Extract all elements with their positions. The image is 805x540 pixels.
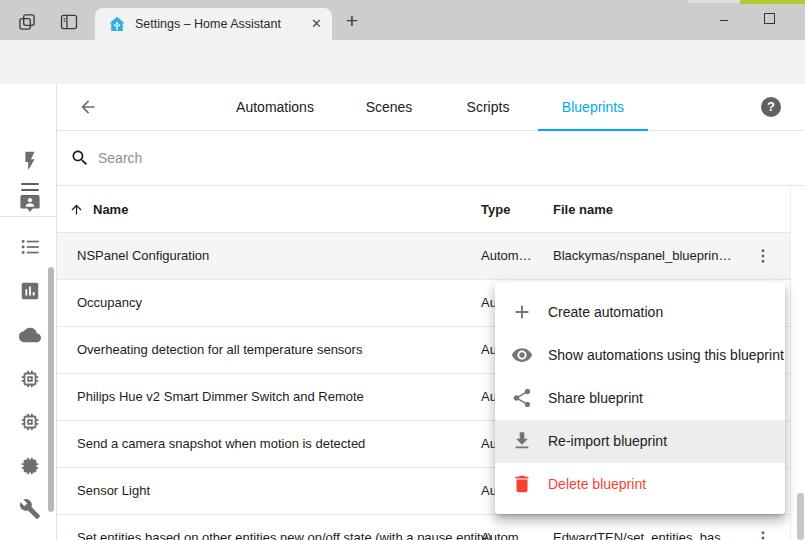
row-name: Send a camera snapshot when motion is de…: [77, 421, 365, 467]
sort-ascending-icon[interactable]: [69, 202, 84, 217]
menu-item-label: Delete blueprint: [548, 476, 646, 492]
menu-item-create-automation[interactable]: Create automation: [495, 290, 785, 333]
share-icon: [511, 387, 533, 409]
blueprints-header: Automations Scenes Scripts Blueprints ?: [57, 84, 805, 131]
close-tab-icon[interactable]: ✕: [311, 8, 322, 40]
browser-tab[interactable]: Settings – Home Assistant ✕: [95, 8, 332, 40]
tab-automations[interactable]: Automations: [236, 84, 314, 131]
column-header-name[interactable]: Name: [93, 186, 128, 233]
table-right-gutter: [790, 186, 791, 540]
sidebar-item-cloud[interactable]: [19, 324, 41, 346]
top-edge-accent-strip: [740, 0, 805, 4]
search-input[interactable]: Search: [98, 131, 142, 186]
menu-item-show-automations[interactable]: Show automations using this blueprint: [495, 333, 785, 376]
download-icon: [511, 430, 533, 452]
row-name: Set entities based on other entities new…: [77, 515, 492, 540]
vertical-tabs-icon[interactable]: [59, 12, 79, 32]
search-bar[interactable]: Search: [57, 131, 805, 186]
ha-sidebar: [0, 84, 57, 540]
row-overflow-menu-icon[interactable]: ⋮: [754, 233, 772, 279]
search-icon: [70, 148, 90, 168]
sidebar-item-device-2[interactable]: [19, 411, 41, 433]
menu-item-share-blueprint[interactable]: Share blueprint: [495, 376, 785, 419]
column-header-file[interactable]: File name: [553, 186, 613, 233]
sidebar-divider: [0, 216, 56, 217]
help-icon[interactable]: ?: [761, 97, 781, 117]
table-row[interactable]: NSPanel Configuration Autom… Blackymas/n…: [57, 233, 790, 280]
row-file: EdwardTEN/set_entities_bas…: [553, 515, 734, 540]
table-header: Name Type File name: [57, 186, 790, 233]
home-assistant-favicon: [108, 15, 126, 33]
menu-item-label: Share blueprint: [548, 390, 643, 406]
sidebar-item-history[interactable]: [19, 280, 41, 302]
menu-item-label: Show automations using this blueprint: [548, 347, 784, 363]
menu-item-label: Create automation: [548, 304, 663, 320]
menu-item-delete-blueprint[interactable]: Delete blueprint: [495, 463, 785, 506]
eye-icon: [511, 344, 533, 366]
window-maximize-button[interactable]: [764, 13, 775, 24]
browser-toolbar: Not secure homeassistant.local:8123/... …: [0, 40, 805, 84]
row-file: Blackymas/nspanel_blueprin…: [553, 233, 731, 279]
row-name: Occupancy: [77, 280, 142, 326]
table-row[interactable]: Set entities based on other entities new…: [57, 515, 790, 540]
window-minimize-button[interactable]: –: [712, 8, 736, 32]
row-type: Autom…: [481, 233, 532, 279]
row-type: Autom…: [481, 515, 532, 540]
workspaces-icon[interactable]: [17, 12, 37, 32]
browser-titlebar: Settings – Home Assistant ✕ + –: [0, 0, 805, 40]
row-name: NSPanel Configuration: [77, 233, 209, 279]
row-overflow-menu-icon[interactable]: ⋮: [754, 515, 772, 540]
sidebar-item-device-3[interactable]: [19, 455, 41, 477]
plus-icon: [511, 301, 533, 323]
page-scrollbar-thumb[interactable]: [797, 493, 804, 540]
tab-blueprints[interactable]: Blueprints: [562, 84, 624, 131]
row-name: Philips Hue v2 Smart Dimmer Switch and R…: [77, 374, 364, 420]
tab-scripts[interactable]: Scripts: [467, 84, 510, 131]
row-name: Overheating detection for all temperatur…: [77, 327, 362, 373]
new-tab-button[interactable]: +: [341, 10, 363, 32]
tab-scenes[interactable]: Scenes: [366, 84, 413, 131]
top-edge-strip: [688, 0, 740, 3]
blueprint-context-menu: Create automation Show automations using…: [495, 282, 785, 514]
header-back-icon[interactable]: [78, 97, 98, 117]
sidebar-item-logbook[interactable]: [19, 236, 41, 258]
browser-window: Settings – Home Assistant ✕ + – Not secu…: [0, 0, 805, 540]
menu-item-reimport-blueprint[interactable]: Re-import blueprint: [495, 420, 785, 463]
sidebar-item-developer-tools[interactable]: [19, 498, 41, 520]
sidebar-item-assist[interactable]: [19, 193, 41, 215]
sidebar-item-energy[interactable]: [19, 150, 41, 172]
column-header-type[interactable]: Type: [481, 186, 510, 233]
sidebar-scrollbar-thumb[interactable]: [48, 267, 54, 512]
row-name: Sensor Light: [77, 468, 150, 514]
tab-title: Settings – Home Assistant: [135, 8, 281, 40]
menu-item-label: Re-import blueprint: [548, 433, 667, 449]
trash-icon: [511, 473, 533, 495]
sidebar-item-device-1[interactable]: [19, 368, 41, 390]
